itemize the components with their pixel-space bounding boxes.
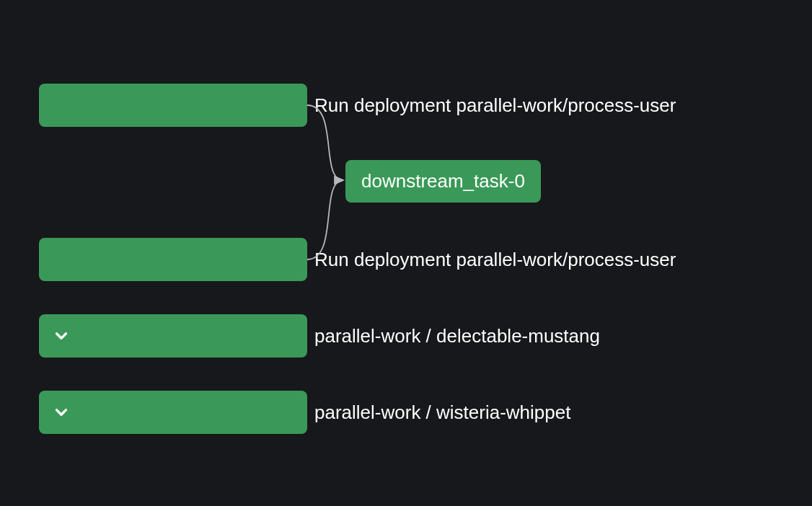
downstream-task-label: downstream_task-0 [361,170,525,192]
task-block-run-deployment-1[interactable] [39,84,307,127]
task-label-wisteria-whippet: parallel-work / wisteria-whippet [314,402,570,423]
chevron-down-icon [52,327,71,345]
chevron-down-icon [52,403,71,422]
downstream-task-node[interactable]: downstream_task-0 [345,160,541,203]
task-block-delectable-mustang[interactable] [39,314,307,358]
task-label-run-deployment-2: Run deployment parallel-work/process-use… [314,249,676,270]
task-label-run-deployment-1: Run deployment parallel-work/process-use… [314,95,676,116]
task-block-wisteria-whippet[interactable] [39,391,307,434]
task-block-run-deployment-2[interactable] [39,238,307,281]
task-label-delectable-mustang: parallel-work / delectable-mustang [314,326,600,347]
